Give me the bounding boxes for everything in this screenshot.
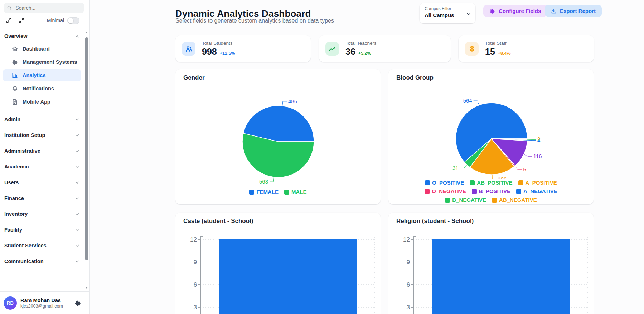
toggle-knob	[68, 18, 73, 23]
search-input[interactable]	[15, 5, 81, 11]
legend-item-a_positive[interactable]: A_POSITIVE	[518, 180, 557, 186]
legend-swatch	[425, 180, 430, 185]
gender-pie-chart: 486563	[175, 69, 381, 187]
stat-value: 15	[485, 47, 495, 57]
stat-change: +5.2%	[358, 51, 371, 56]
stat-label: Total Students	[202, 41, 235, 46]
configure-fields-button[interactable]: Configure Fields	[483, 5, 547, 17]
sidebar-section-finance[interactable]: Finance	[0, 193, 84, 204]
user-footer: RD Ram Mohan Das kjcs2003@gmail.com	[0, 291, 89, 314]
legend-item-b_positive[interactable]: B_POSITIVE	[472, 188, 510, 194]
collapse-icon[interactable]	[18, 17, 25, 24]
scroll-up-icon[interactable]	[85, 31, 88, 34]
sidebar-section-communication[interactable]: Communication	[0, 256, 84, 267]
sidebar-scrollbar[interactable]	[85, 31, 88, 290]
sidebar-section-overview[interactable]: Overview	[0, 31, 84, 42]
stat-value-row: 15+8.4%	[485, 47, 511, 57]
stat-value-row: 998+12.5%	[202, 47, 235, 57]
sidebar-item-notifications[interactable]: Notifications	[3, 82, 81, 95]
sidebar-section-institution-setup[interactable]: Institution Setup	[0, 130, 84, 141]
sidebar-item-dashboard[interactable]: Dashboard	[3, 43, 81, 55]
sidebar: Minimal OverviewDashboardManagement Syst…	[0, 0, 90, 314]
expand-icon[interactable]	[5, 17, 13, 24]
export-report-button[interactable]: Export Report	[545, 5, 602, 17]
sidebar-section-administrative[interactable]: Administrative	[0, 146, 84, 156]
minimal-toggle[interactable]	[67, 17, 79, 24]
sidebar-item-label: Mobile App	[23, 99, 50, 105]
sidebar-toolbar: Minimal	[0, 16, 89, 25]
gear-icon	[11, 59, 18, 66]
section-label: Administrative	[4, 148, 40, 154]
chevron-down-icon	[75, 165, 79, 169]
pie-label-line	[524, 154, 532, 157]
chevron-down-icon	[75, 196, 79, 201]
stat-value: 998	[202, 47, 217, 57]
sidebar-item-analytics[interactable]: Analytics	[3, 69, 81, 81]
legend-item-b_negative[interactable]: B_NEGATIVE	[445, 197, 486, 203]
chevron-up-icon	[75, 34, 79, 39]
stat-texts: Total Teachers36+5.2%	[345, 41, 377, 57]
stat-value-row: 36+5.2%	[345, 47, 377, 57]
legend-item-o_negative[interactable]: O_NEGATIVE	[425, 188, 466, 194]
sidebar-section-users[interactable]: Users	[0, 177, 84, 188]
sidebar-nav: OverviewDashboardManagement SystemsAnaly…	[0, 31, 84, 291]
file-icon	[11, 99, 18, 105]
trend-up-icon	[325, 42, 339, 56]
settings-gear-icon[interactable]	[74, 300, 81, 306]
legend-item-ab_positive[interactable]: AB_POSITIVE	[470, 180, 512, 186]
bar	[432, 239, 570, 314]
legend-item-ab_negative[interactable]: AB_NEGATIVE	[492, 197, 537, 203]
sidebar-section-admin[interactable]: Admin	[0, 114, 84, 125]
dollar-icon	[465, 42, 479, 56]
section-label: Overview	[4, 33, 28, 39]
section-label: Academic	[4, 164, 29, 170]
pie-value-label: 564	[463, 97, 472, 104]
pie-value-label: 116	[533, 153, 542, 159]
pie-label-line	[474, 101, 479, 105]
sidebar-section-student-services[interactable]: Student Services	[0, 240, 84, 251]
chevron-down-icon	[75, 133, 79, 138]
scroll-down-icon[interactable]	[85, 286, 88, 290]
pie-value-label: 196	[498, 176, 507, 179]
campus-filter-select[interactable]: Campus Filter All Campus	[420, 3, 475, 23]
section-gap	[0, 156, 84, 161]
sidebar-section-academic[interactable]: Academic	[0, 161, 84, 172]
section-gap	[0, 109, 84, 114]
stat-card-total-students: Total Students998+12.5%	[175, 35, 311, 62]
section-label: Facility	[4, 227, 22, 233]
legend-label: B_POSITIVE	[479, 188, 510, 194]
y-tick-label: 6	[194, 281, 197, 288]
sidebar-section-inventory[interactable]: Inventory	[0, 209, 84, 219]
section-gap	[0, 235, 84, 240]
pie-label-line	[282, 101, 287, 106]
stat-value: 36	[345, 47, 355, 57]
scrollbar-thumb[interactable]	[85, 37, 88, 260]
legend-item-o_positive[interactable]: O_POSITIVE	[425, 180, 464, 186]
sidebar-item-mobile-app[interactable]: Mobile App	[3, 96, 81, 108]
section-gap	[0, 188, 84, 193]
section-label: Admin	[4, 116, 20, 122]
caste-chart-card: Caste (student - School) 12963	[175, 213, 381, 314]
export-report-label: Export Report	[560, 8, 596, 14]
legend-swatch	[249, 190, 254, 195]
caste-bar-chart: 12963	[175, 213, 381, 314]
legend-item-female[interactable]: FEMALE	[249, 189, 279, 195]
y-tick-label: 3	[194, 304, 197, 311]
stat-texts: Total Students998+12.5%	[202, 41, 235, 57]
sidebar-section-facility[interactable]: Facility	[0, 224, 84, 235]
legend-swatch	[492, 198, 497, 203]
legend-item-male[interactable]: MALE	[284, 189, 307, 195]
app-root: Minimal OverviewDashboardManagement Syst…	[0, 0, 644, 314]
legend-item-a_negative[interactable]: A_NEGATIVE	[516, 188, 557, 194]
chevron-down-icon	[75, 117, 79, 122]
search-box[interactable]	[4, 3, 84, 13]
sidebar-item-management-systems[interactable]: Management Systems	[3, 56, 81, 68]
section-gap	[0, 204, 84, 209]
gender-legend: FEMALEMALE	[178, 189, 378, 195]
stat-label: Total Teachers	[345, 41, 377, 46]
sidebar-item-label: Notifications	[23, 86, 54, 91]
pie-label-line	[527, 140, 536, 141]
section-gap	[0, 141, 84, 146]
sidebar-divider	[0, 28, 89, 28]
legend-label: A_POSITIVE	[526, 180, 557, 186]
